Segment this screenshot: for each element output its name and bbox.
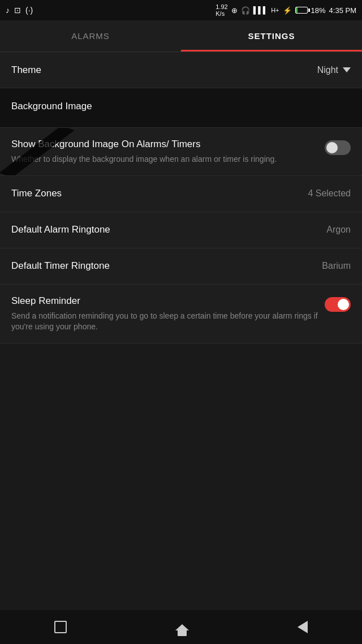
speed-indicator: 1.92K/s (216, 3, 227, 17)
show-background-toggle[interactable] (325, 140, 351, 155)
sleep-reminder-text: Sleep Reminder Send a notification remin… (11, 295, 318, 333)
show-background-title: Show Background Image On Alarms/ Timers (11, 138, 318, 151)
time-zones-label: Time Zones (11, 188, 62, 199)
settings-content: Theme Night Background Image Show Backgr… (0, 52, 362, 344)
theme-label: Theme (11, 65, 41, 76)
default-timer-ringtone-label: Default Timer Ringtone (11, 260, 110, 272)
sleep-reminder-row[interactable]: Sleep Reminder Send a notification remin… (0, 285, 362, 344)
recents-button[interactable] (54, 621, 67, 633)
battery-percentage: 18% (311, 6, 326, 15)
home-icon (175, 624, 189, 630)
top-tabs: ALARMS SETTINGS (0, 20, 362, 52)
show-background-description: Whether to display the background image … (11, 154, 318, 165)
chevron-down-icon (343, 67, 351, 72)
home-button[interactable] (175, 624, 189, 630)
show-background-image-row[interactable]: Show Background Image On Alarms/ Timers … (0, 128, 362, 176)
time-zones-value: 4 Selected (308, 188, 351, 199)
back-icon (298, 621, 308, 633)
time-display: 4:35 PM (329, 6, 356, 15)
tab-alarms[interactable]: ALARMS (0, 20, 181, 51)
time-zones-row[interactable]: Time Zones 4 Selected (0, 176, 362, 212)
battery-icon (295, 7, 308, 14)
sleep-reminder-title: Sleep Reminder (11, 295, 318, 307)
theme-setting-row[interactable]: Theme Night (0, 52, 362, 88)
background-image-label: Background Image (11, 101, 92, 111)
status-bar-right: 1.92K/s ⊕ 🎧 ▌▌▌ H+ ⚡ 18% 4:35 PM (216, 3, 356, 17)
sleep-reminder-description: Send a notification reminding you to go … (11, 311, 318, 333)
headphone-icon: 🎧 (241, 6, 250, 15)
status-bar: ♪ ⊡ (·) 1.92K/s ⊕ 🎧 ▌▌▌ H+ ⚡ 18% 4:35 PM (0, 0, 362, 20)
theme-dropdown[interactable]: Night (317, 65, 351, 75)
show-background-text: Show Background Image On Alarms/ Timers … (11, 138, 318, 165)
toggle-knob (326, 142, 338, 153)
status-bar-left: ♪ ⊡ (·) (6, 6, 33, 15)
image-icon: ⊡ (14, 6, 21, 15)
battery-container (295, 7, 308, 14)
default-timer-ringtone-value: Barium (322, 261, 351, 271)
default-alarm-ringtone-value: Argon (326, 225, 351, 235)
default-timer-ringtone-row[interactable]: Default Timer Ringtone Barium (0, 248, 362, 285)
signal2-icon: H+ (271, 7, 279, 14)
background-image-row[interactable]: Background Image (0, 88, 362, 128)
signal-icon: ▌▌▌ (253, 6, 268, 14)
radio-icon: (·) (25, 6, 33, 15)
navigation-bar (0, 610, 362, 644)
recents-icon (54, 621, 67, 633)
lightning-icon: ⚡ (283, 6, 292, 15)
sleep-reminder-toggle[interactable] (325, 297, 351, 312)
back-button[interactable] (298, 621, 308, 633)
tab-settings[interactable]: SETTINGS (181, 20, 362, 51)
music-icon: ♪ (6, 6, 10, 15)
theme-value: Night (317, 65, 338, 75)
default-alarm-ringtone-label: Default Alarm Ringtone (11, 224, 110, 235)
wifi-icon: ⊕ (231, 6, 238, 15)
sleep-reminder-toggle-knob (338, 299, 349, 310)
default-alarm-ringtone-row[interactable]: Default Alarm Ringtone Argon (0, 212, 362, 248)
